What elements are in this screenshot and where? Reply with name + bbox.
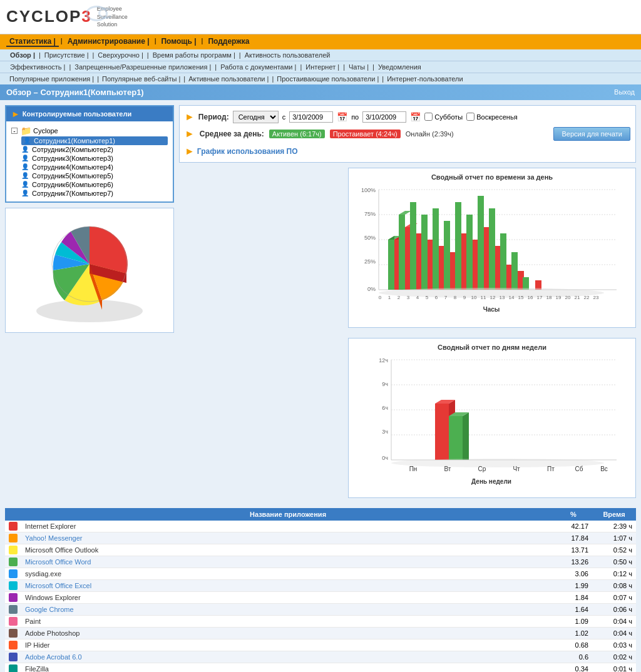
svg-text:0ч: 0ч [382, 455, 388, 461]
app-name-cell[interactable]: Adobe Acrobat 6.0 [21, 651, 555, 663]
charts-row: Сводный отчет по времени за день 100% 75… [179, 168, 636, 503]
col-pct: % [555, 508, 592, 521]
nav4-active-users[interactable]: Активные пользователи [185, 75, 272, 83]
nav3-chats[interactable]: Чаты [345, 63, 372, 71]
to-label: по [351, 113, 359, 121]
print-button[interactable]: Версия для печати [553, 127, 630, 141]
chart-daily-svg: 100% 75% 50% 25% 0% [354, 183, 629, 321]
svg-text:Чт: Чт [513, 466, 520, 472]
app-pct-cell: 3.06 [555, 568, 592, 579]
app-name-cell: IP Hider [21, 639, 555, 651]
app-color-cell [5, 544, 21, 556]
tree-user-4[interactable]: 👤 Сотрудник4(Компьютер4) [21, 163, 168, 171]
app-color-cell [5, 532, 21, 544]
svg-text:4: 4 [416, 295, 419, 300]
svg-rect-36 [478, 196, 484, 290]
svg-text:6: 6 [435, 295, 438, 300]
tree-user-6[interactable]: 👤 Сотрудник6(Компьютер6) [21, 180, 168, 189]
nav2-presence[interactable]: Присутствие [41, 51, 93, 59]
app-name-link[interactable]: Microsoft Office Excel [25, 582, 91, 589]
user-icon-5: 👤 [21, 172, 29, 179]
avg-arrow: ► [185, 128, 195, 140]
tree-user-1[interactable]: 👤 Сотрудник1(Компьютер1) [21, 136, 168, 145]
users-header-arrow: ► [11, 109, 20, 119]
nav3-documents[interactable]: Работа с документами [217, 63, 300, 71]
table-row: Microsoft Office Word13.260:50 ч [5, 556, 636, 568]
to-date-calendar-icon[interactable]: 📅 [410, 112, 421, 122]
from-date-input[interactable] [289, 111, 333, 123]
app-pct-cell: 42.17 [555, 521, 592, 532]
app-pct-cell: 0.68 [555, 639, 592, 651]
svg-text:23: 23 [593, 295, 599, 300]
active-badge: Активен (6:17ч) [269, 130, 325, 138]
app-pct-cell: 1.99 [555, 579, 592, 591]
app-time-cell: 0:03 ч [592, 639, 636, 651]
app-name-link[interactable]: Google Chrome [25, 606, 74, 613]
nav-bar-2: Обзор | Присутствие | Сверхурочно | Врем… [0, 49, 641, 61]
nav1-statistics[interactable]: Статистика [6, 37, 59, 47]
app-name-cell[interactable]: Microsoft Office Excel [21, 579, 555, 591]
table-row: IP Hider0.680:03 ч [5, 639, 636, 651]
svg-text:0: 0 [379, 295, 382, 300]
app-name-link[interactable]: Adobe Acrobat 6.0 [25, 653, 82, 661]
tree-collapse-btn[interactable]: - [11, 128, 18, 134]
nav-bar-4: Популярные приложения | Популярные веб-с… [0, 73, 641, 84]
tree-user-7[interactable]: 👤 Сотрудник7(Компьютер7) [21, 189, 168, 198]
app-color-dot [9, 557, 18, 566]
tree-user-5[interactable]: 👤 Сотрудник5(Компьютер5) [21, 171, 168, 180]
svg-text:1: 1 [388, 295, 391, 300]
nav3-forbidden[interactable]: Запрещенные/Разрешенные приложения [71, 63, 215, 71]
svg-rect-72 [354, 354, 629, 491]
app-time-cell: 0:52 ч [592, 544, 636, 556]
graph-label-row: ► График использования ПО [185, 146, 630, 157]
nav2-worktime[interactable]: Время работы программ [149, 51, 239, 59]
charts-panel: Сводный отчет по времени за день 100% 75… [348, 168, 636, 503]
app-name-cell[interactable]: Yahoo! Messenger [21, 532, 555, 544]
tree-user-2[interactable]: 👤 Сотрудник2(Компьютер2) [21, 145, 168, 154]
tree-user-3[interactable]: 👤 Сотрудник3(Компьютер3) [21, 154, 168, 163]
app-time-cell: 0:12 ч [592, 568, 636, 579]
period-select[interactable]: Сегодня [233, 111, 279, 123]
nav1-admin[interactable]: Администрирование [64, 37, 153, 47]
nav1-support[interactable]: Поддержка [205, 37, 252, 47]
nav4-popular-sites[interactable]: Популярные веб-сайты [99, 75, 183, 83]
user-icon-2: 👤 [21, 146, 29, 153]
nav4-idle-users[interactable]: Простаивающие пользователи [274, 75, 382, 83]
app-name-link[interactable]: Yahoo! Messenger [25, 534, 83, 542]
svg-text:18: 18 [546, 295, 552, 300]
app-pct-cell: 1.09 [555, 615, 592, 627]
col-color [5, 508, 21, 521]
app-name-link[interactable]: Microsoft Office Word [25, 558, 91, 566]
app-color-cell [5, 556, 21, 568]
app-color-dot [9, 593, 18, 602]
nav2-activity[interactable]: Активность пользователей [241, 51, 334, 59]
svg-text:9ч: 9ч [382, 381, 388, 387]
app-time-cell: 0:50 ч [592, 556, 636, 568]
saturday-label: Субботы [434, 113, 463, 121]
nav2-overtime[interactable]: Сверхурочно [94, 51, 147, 59]
tree-root[interactable]: - 📁 Cyclope [11, 125, 168, 136]
app-color-cell [5, 603, 21, 615]
saturday-checkbox[interactable] [424, 113, 433, 121]
svg-text:3ч: 3ч [382, 429, 388, 435]
nav2-overview[interactable]: Обзор [6, 51, 39, 59]
nav4-internet-users[interactable]: Интернет-пользователи [384, 75, 466, 83]
sunday-checkbox[interactable] [466, 113, 474, 121]
svg-text:Пт: Пт [547, 466, 555, 472]
table-row: Windows Explorer1.840:07 ч [5, 591, 636, 603]
logout-link[interactable]: Выход [614, 88, 635, 96]
from-date-calendar-icon[interactable]: 📅 [337, 112, 347, 122]
nav3-notifications[interactable]: Уведомления [374, 63, 425, 71]
nav1-help[interactable]: Помощь [158, 37, 199, 47]
nav-bar-1: Статистика | Администрирование | Помощь … [0, 34, 641, 49]
to-date-input[interactable] [362, 111, 406, 123]
app-name-cell[interactable]: Microsoft Office Word [21, 556, 555, 568]
nav4-popular-apps[interactable]: Популярные приложения [6, 75, 97, 83]
nav3-internet[interactable]: Интернет [302, 63, 343, 71]
nav3-efficiency[interactable]: Эффективность [6, 63, 69, 71]
main-area: ► Контролируемые пользователи - 📁 Cyclop… [0, 100, 641, 508]
app-pct-cell: 0.6 [555, 651, 592, 663]
app-color-cell [5, 663, 21, 672]
app-name-cell[interactable]: Google Chrome [21, 603, 555, 615]
table-row: Adobe Photoshop1.020:04 ч [5, 627, 636, 639]
